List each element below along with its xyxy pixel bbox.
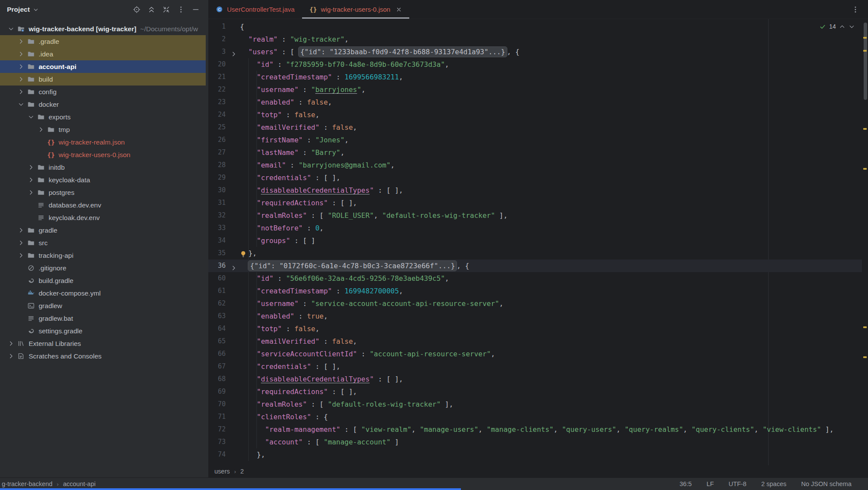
chevron-right-icon[interactable] xyxy=(16,63,26,70)
code-line-23[interactable]: 23 "enabled" : false, xyxy=(208,96,862,109)
chevron-right-icon[interactable] xyxy=(16,227,26,233)
code-line-73[interactable]: 73 "account" : [ "manage-account" ] xyxy=(208,436,862,448)
breadcrumb-item[interactable]: 2 xyxy=(240,468,244,475)
code-line-64[interactable]: 64 "totp" : false, xyxy=(208,322,862,335)
chevron-right-icon[interactable] xyxy=(26,177,36,183)
code-line-68[interactable]: 68 "disableableCredentialTypes" : [ ], xyxy=(208,373,862,385)
tree-item-wig-tracker-backend-wig-tracker[interactable]: wig-tracker-backend [wig-tracker]~/Docum… xyxy=(0,23,206,35)
code-line-22[interactable]: 22 "username" : "barryjones", xyxy=(208,83,862,96)
tree-item-settings-gradle[interactable]: settings.gradle xyxy=(0,325,206,337)
code-line-63[interactable]: 63 "enabled" : true, xyxy=(208,310,862,322)
code-line-26[interactable]: 26 "firstName" : "Jones", xyxy=(208,134,862,146)
code-line-70[interactable]: 70 "realmRoles" : [ "default-roles-wig-t… xyxy=(208,398,862,411)
select-opened-file-icon[interactable] xyxy=(133,6,141,13)
code-line-32[interactable]: 32 "realmRoles" : [ "ROLE_USER", "defaul… xyxy=(208,209,862,222)
more-options-icon[interactable] xyxy=(852,6,859,13)
tree-item-keycloak-data[interactable]: keycloak-data xyxy=(0,174,206,186)
chevron-right-icon[interactable] xyxy=(36,126,46,133)
status-breadcrumb-item[interactable]: g-tracker-backend xyxy=(2,480,53,487)
chevron-down-icon[interactable] xyxy=(26,114,36,120)
tab-wig-tracker-users-0-json[interactable]: {}wig-tracker-users-0.json xyxy=(302,0,410,19)
editor-scrollbar[interactable] xyxy=(862,19,868,465)
tab-usercontrollertest-java[interactable]: CUserControllerTest.java xyxy=(208,0,302,19)
chevron-down-icon[interactable] xyxy=(16,101,26,108)
chevron-right-icon[interactable] xyxy=(6,340,16,347)
code-line-35[interactable]: 35 }, xyxy=(208,247,862,260)
tree-item-wig-tracker-users-0-json[interactable]: {}wig-tracker-users-0.json xyxy=(0,148,206,161)
code-line-3[interactable]: 3 "users" : [ {"id": "1233baab-f0d9-42f8… xyxy=(208,46,862,58)
code-line-62[interactable]: 62 "username" : "service-account-account… xyxy=(208,297,862,310)
folded-region[interactable]: {"id": "1233baab-f0d9-42f8-b688-93137e4d… xyxy=(299,47,507,57)
chevron-right-icon[interactable] xyxy=(16,240,26,246)
code-line-29[interactable]: 29 "credentials" : [ ], xyxy=(208,171,862,184)
code-line-66[interactable]: 66 "serviceAccountClientId" : "account-a… xyxy=(208,348,862,360)
tree-item-postgres[interactable]: postgres xyxy=(0,186,206,199)
chevron-down-icon[interactable] xyxy=(6,26,16,32)
code-line-1[interactable]: 1{ xyxy=(208,20,862,33)
tree-item-src[interactable]: src xyxy=(0,237,206,249)
chevron-right-icon[interactable] xyxy=(16,76,26,82)
code-line-65[interactable]: 65 "emailVerified" : false, xyxy=(208,335,862,348)
tree-item-gradle[interactable]: .gradle xyxy=(0,35,206,48)
hide-panel-icon[interactable] xyxy=(192,6,200,13)
tree-item-tracking-api[interactable]: tracking-api xyxy=(0,249,206,262)
chevron-right-icon[interactable] xyxy=(16,89,26,95)
status-item-json-schema-status[interactable]: No JSON schema xyxy=(801,480,852,487)
tree-item-tmp[interactable]: tmp xyxy=(0,123,206,136)
status-item-line-separator[interactable]: LF xyxy=(707,480,714,487)
chevron-right-icon[interactable] xyxy=(26,164,36,171)
chevron-right-icon[interactable] xyxy=(16,38,26,45)
tree-item-keycloak-dev-env[interactable]: keycloak.dev.env xyxy=(0,211,206,224)
status-breadcrumb[interactable]: g-tracker-backend›account-api xyxy=(2,480,95,487)
status-breadcrumb-item[interactable]: account-api xyxy=(63,480,95,487)
tree-item-config[interactable]: config xyxy=(0,86,206,98)
folded-region[interactable]: {"id": "0172f60c-6a1e-4c78-b0c3-3cae8723… xyxy=(248,261,457,271)
code-line-72[interactable]: 72 "realm-management" : [ "view-realm", … xyxy=(208,423,862,436)
code-line-27[interactable]: 27 "lastName" : "Barry", xyxy=(208,146,862,159)
breadcrumb-item[interactable]: users xyxy=(214,468,230,475)
expand-all-icon[interactable] xyxy=(162,6,170,13)
more-actions-icon[interactable] xyxy=(177,6,185,13)
next-problem-icon[interactable] xyxy=(848,23,855,30)
code-line-74[interactable]: 74 }, xyxy=(208,448,862,461)
status-item-indent-style[interactable]: 2 spaces xyxy=(761,480,786,487)
tree-item-scratches-and-consoles[interactable]: Scratches and Consoles xyxy=(0,350,206,362)
tree-item-gradle[interactable]: gradle xyxy=(0,224,206,237)
tree-item-docker-compose-yml[interactable]: docker-compose.yml xyxy=(0,287,206,299)
previous-problem-icon[interactable] xyxy=(839,23,845,30)
tree-item-build[interactable]: build xyxy=(0,73,206,86)
code-line-31[interactable]: 31 "requiredActions" : [ ], xyxy=(208,197,862,209)
editor-code-area[interactable]: 1{2 "realm" : "wig-tracker",3 "users" : … xyxy=(208,19,862,461)
status-item-caret-position[interactable]: 36:5 xyxy=(680,480,692,487)
chevron-right-icon[interactable] xyxy=(26,189,36,196)
tree-item-wig-tracker-realm-json[interactable]: {}wig-tracker-realm.json xyxy=(0,136,206,148)
project-panel-title[interactable]: Project xyxy=(7,6,39,13)
code-line-25[interactable]: 25 "emailVerified" : false, xyxy=(208,121,862,134)
collapse-all-icon[interactable] xyxy=(148,6,155,13)
tree-item-exports[interactable]: exports xyxy=(0,111,206,123)
code-line-30[interactable]: 30 "disableableCredentialTypes" : [ ], xyxy=(208,184,862,197)
tree-item-initdb[interactable]: initdb xyxy=(0,161,206,174)
code-line-71[interactable]: 71 "clientRoles" : { xyxy=(208,411,862,423)
code-line-36[interactable]: 36 {"id": "0172f60c-6a1e-4c78-b0c3-3cae8… xyxy=(208,260,862,272)
code-line-24[interactable]: 24 "totp" : false, xyxy=(208,109,862,121)
tree-item-docker[interactable]: docker xyxy=(0,98,206,111)
tree-item-gitignore[interactable]: .gitignore xyxy=(0,262,206,274)
chevron-right-icon[interactable] xyxy=(16,252,26,259)
tree-item-build-gradle[interactable]: build.gradle xyxy=(0,274,206,287)
tree-item-account-api[interactable]: account-api xyxy=(0,60,206,73)
code-line-67[interactable]: 67 "credentials" : [ ], xyxy=(208,360,862,373)
code-line-34[interactable]: 34 "groups" : [ ] xyxy=(208,234,862,247)
code-line-69[interactable]: 69 "requiredActions" : [ ], xyxy=(208,385,862,398)
tree-item-database-dev-env[interactable]: database.dev.env xyxy=(0,199,206,211)
code-line-2[interactable]: 2 "realm" : "wig-tracker", xyxy=(208,33,862,46)
editor-scrollbar-thumb[interactable] xyxy=(864,23,867,100)
tree-item-external-libraries[interactable]: External Libraries xyxy=(0,337,206,350)
code-line-33[interactable]: 33 "notBefore" : 0, xyxy=(208,222,862,234)
tab-close-icon[interactable] xyxy=(396,7,402,13)
code-line-28[interactable]: 28 "email" : "barryjones@gmail.com", xyxy=(208,159,862,171)
tree-item-idea[interactable]: .idea xyxy=(0,48,206,60)
inspections-widget[interactable]: 14 xyxy=(819,23,855,30)
status-item-file-encoding[interactable]: UTF-8 xyxy=(729,480,746,487)
tree-item-gradlew-bat[interactable]: gradlew.bat xyxy=(0,312,206,325)
